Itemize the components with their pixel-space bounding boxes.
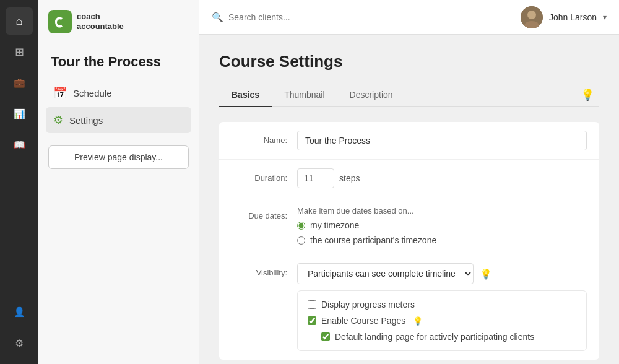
user-name: John Larson xyxy=(549,12,597,22)
due-dates-row: Due dates: Make item due dates based on.… xyxy=(219,197,599,254)
name-control xyxy=(297,131,587,150)
sidebar-book[interactable]: 📖 xyxy=(6,131,33,158)
landing-page-label: Default landing page for actively partic… xyxy=(335,332,534,342)
visibility-hint-icon[interactable]: 💡 xyxy=(480,268,492,280)
sidebar-chart[interactable]: 📊 xyxy=(6,100,33,128)
progress-meters-label: Display progress meters xyxy=(321,300,415,310)
radio-participant-timezone-input[interactable] xyxy=(297,236,305,245)
sidebar-briefcase[interactable]: 💼 xyxy=(6,69,33,97)
form-section: Name: Duration: steps Due dates: xyxy=(219,122,599,360)
course-pages-hint-icon[interactable]: 💡 xyxy=(413,316,423,326)
radio-my-timezone-label: my timezone xyxy=(310,220,359,230)
progress-meters-row: Display progress meters xyxy=(308,300,576,310)
chart-icon: 📊 xyxy=(14,108,25,119)
main-content: 🔍 John Larson ▾ Course Settings Basics T… xyxy=(199,0,619,364)
course-pages-label: Enable Course Pages xyxy=(321,316,405,326)
user-circle-icon: 👤 xyxy=(14,306,25,318)
radio-participant-timezone-label: the course participant's timezone xyxy=(310,235,436,245)
schedule-label: Schedule xyxy=(73,88,112,98)
sidebar-gear[interactable]: ⚙ xyxy=(6,329,33,357)
course-pages-row: Enable Course Pages 💡 xyxy=(308,316,576,326)
sidebar-item-settings[interactable]: ⚙ Settings xyxy=(46,107,191,133)
duration-input[interactable] xyxy=(297,168,334,188)
course-pages-checkbox[interactable] xyxy=(308,316,316,325)
home-icon: ⌂ xyxy=(16,15,23,28)
user-menu[interactable]: John Larson ▾ xyxy=(521,6,607,28)
visibility-label: Visibility: xyxy=(232,263,287,277)
tab-thumbnail[interactable]: Thumbnail xyxy=(272,84,337,107)
visibility-control: Participants can see complete timeline P… xyxy=(297,263,587,351)
tabs-bar: Basics Thumbnail Description 💡 xyxy=(219,84,599,107)
duration-row: Duration: steps xyxy=(219,160,599,197)
hint-bulb-icon[interactable]: 💡 xyxy=(576,85,599,104)
book-icon: 📖 xyxy=(14,139,25,150)
search-input[interactable] xyxy=(228,12,365,22)
due-dates-label: Due dates: xyxy=(232,206,287,220)
timezone-radio-group: my timezone the course participant's tim… xyxy=(297,220,587,245)
svg-point-1 xyxy=(527,11,536,19)
name-input[interactable] xyxy=(297,131,587,150)
name-label: Name: xyxy=(232,131,287,145)
org-icon: ⊞ xyxy=(15,45,24,59)
settings-label: Settings xyxy=(69,115,103,126)
briefcase-icon: 💼 xyxy=(14,77,25,89)
radio-participant-timezone[interactable]: the course participant's timezone xyxy=(297,235,587,245)
dark-sidebar: ⌂ ⊞ 💼 📊 📖 👤 ⚙ xyxy=(0,0,38,364)
sidebar-item-schedule[interactable]: 📅 Schedule xyxy=(46,80,191,106)
chevron-down-icon: ▾ xyxy=(603,13,607,22)
calendar-icon: 📅 xyxy=(53,86,67,100)
sidebar-home[interactable]: ⌂ xyxy=(6,7,33,35)
steps-label: steps xyxy=(339,173,360,183)
gear-icon: ⚙ xyxy=(15,337,24,349)
visibility-row: Visibility: Participants can see complet… xyxy=(219,254,599,360)
name-row: Name: xyxy=(219,122,599,160)
landing-page-row: Default landing page for actively partic… xyxy=(321,332,576,342)
content-sidebar: coach accountable Tour the Process 📅 Sch… xyxy=(38,0,199,364)
content-area: Course Settings Basics Thumbnail Descrip… xyxy=(199,35,619,364)
avatar xyxy=(521,6,543,28)
search-icon: 🔍 xyxy=(212,12,223,23)
tab-basics[interactable]: Basics xyxy=(219,84,272,107)
sidebar-org[interactable]: ⊞ xyxy=(6,38,33,66)
search-area: 🔍 xyxy=(212,12,365,23)
sidebar-user[interactable]: 👤 xyxy=(6,298,33,326)
topbar: 🔍 John Larson ▾ xyxy=(199,0,619,35)
settings-nav-icon: ⚙ xyxy=(53,113,63,127)
tab-description[interactable]: Description xyxy=(337,84,405,107)
logo-area: coach accountable xyxy=(38,0,199,41)
progress-meters-checkbox[interactable] xyxy=(308,300,316,309)
duration-label: Duration: xyxy=(232,168,287,183)
logo-text: coach accountable xyxy=(77,12,124,31)
due-dates-control: Make item due dates based on... my timez… xyxy=(297,206,587,245)
landing-page-checkbox[interactable] xyxy=(321,332,330,341)
due-dates-hint: Make item due dates based on... xyxy=(297,206,587,215)
ca-logo-icon xyxy=(48,10,72,33)
visibility-select[interactable]: Participants can see complete timeline P… xyxy=(297,263,474,284)
radio-my-timezone-input[interactable] xyxy=(297,222,305,230)
sidebar-nav: 📅 Schedule ⚙ Settings xyxy=(38,80,199,133)
radio-my-timezone[interactable]: my timezone xyxy=(297,220,587,230)
page-title: Course Settings xyxy=(219,52,599,71)
course-title: Tour the Process xyxy=(38,41,199,80)
options-panel: Display progress meters Enable Course Pa… xyxy=(297,290,587,351)
preview-button[interactable]: Preview page display... xyxy=(48,145,189,169)
duration-control: steps xyxy=(297,168,587,188)
